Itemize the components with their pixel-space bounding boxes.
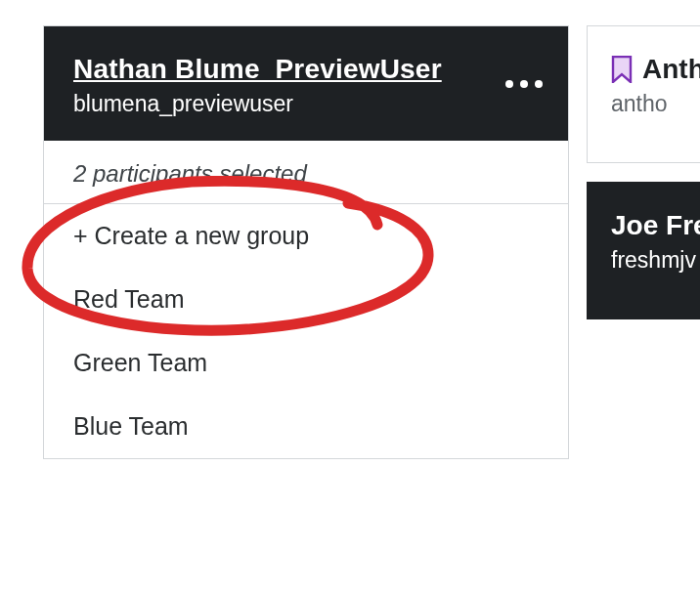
user-card-name: Anth <box>642 54 700 85</box>
group-option[interactable]: Green Team <box>44 331 568 395</box>
ellipsis-icon <box>505 80 513 88</box>
user-card-name: Joe Fre <box>611 210 700 241</box>
bookmark-icon <box>611 56 633 83</box>
group-option[interactable]: Blue Team <box>44 395 568 458</box>
more-options-button[interactable] <box>505 80 543 88</box>
user-card-selected[interactable]: Joe Fre freshmjv <box>587 182 700 319</box>
primary-user-card-header: Nathan Blume_PreviewUser blumena_preview… <box>44 26 568 141</box>
user-card-handle: freshmjv <box>611 247 700 274</box>
user-card-handle: antho <box>611 91 700 117</box>
ellipsis-icon <box>520 80 528 88</box>
primary-user-name[interactable]: Nathan Blume_PreviewUser <box>73 54 539 85</box>
ellipsis-icon <box>535 80 543 88</box>
group-option[interactable]: Red Team <box>44 268 568 331</box>
create-group-option[interactable]: + Create a new group <box>44 204 568 268</box>
group-dropdown: 2 participants selected + Create a new g… <box>44 141 568 458</box>
primary-user-handle: blumena_previewuser <box>73 91 539 117</box>
primary-user-card: Nathan Blume_PreviewUser blumena_preview… <box>43 25 569 459</box>
user-card[interactable]: Anth antho <box>587 25 700 163</box>
selection-status: 2 participants selected <box>44 141 568 204</box>
